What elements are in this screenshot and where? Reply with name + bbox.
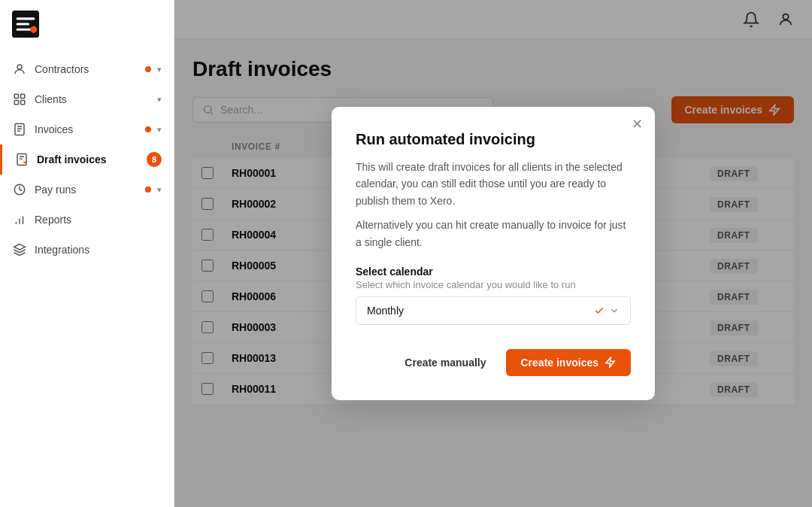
svg-rect-6 xyxy=(21,101,25,105)
lightning-icon xyxy=(604,357,616,368)
modal-alt-description: Alternatively you can hit create manuall… xyxy=(356,217,631,250)
logo xyxy=(0,0,174,48)
modal-close-button[interactable]: ✕ xyxy=(632,117,643,131)
integrations-label: Integrations xyxy=(35,244,162,256)
invoices-label: Invoices xyxy=(35,123,145,135)
contractors-label: Contractors xyxy=(35,63,145,75)
invoices-dot xyxy=(145,126,151,132)
contractors-icon xyxy=(12,62,27,77)
pay-runs-dot xyxy=(145,187,151,193)
check-icon xyxy=(594,305,604,316)
main-content: Draft invoices Search... Create invoices… xyxy=(174,0,812,507)
calendar-select-icons xyxy=(594,305,620,316)
draft-invoices-label: Draft invoices xyxy=(37,153,147,165)
modal-overlay: ✕ Run automated invoicing This will crea… xyxy=(174,0,812,507)
modal-description: This will create draft invoices for all … xyxy=(356,159,631,209)
calendar-value: Monthly xyxy=(367,305,404,317)
modal-create-label: Create invoices xyxy=(521,357,599,369)
modal-title: Run automated invoicing xyxy=(356,131,631,148)
draft-invoices-badge: 8 xyxy=(147,152,162,167)
calendar-select[interactable]: Monthly xyxy=(356,296,631,325)
sidebar: Contractors ▾ Clients ▾ Invoices ▾ Draft… xyxy=(0,0,174,507)
modal-create-invoices-button[interactable]: Create invoices xyxy=(506,349,632,376)
app-logo xyxy=(12,11,39,38)
create-manually-button[interactable]: Create manually xyxy=(394,349,496,376)
reports-label: Reports xyxy=(35,214,162,226)
svg-rect-3 xyxy=(14,94,18,98)
calendar-section: Select calendar Select which invoice cal… xyxy=(356,266,631,325)
sidebar-item-integrations[interactable]: Integrations xyxy=(0,235,174,265)
svg-rect-4 xyxy=(21,94,25,98)
pay-runs-label: Pay runs xyxy=(35,184,145,196)
svg-point-2 xyxy=(17,65,22,69)
calendar-label: Select calendar xyxy=(356,266,631,278)
sidebar-item-contractors[interactable]: Contractors ▾ xyxy=(0,54,174,84)
draft-invoices-icon xyxy=(14,152,29,167)
integrations-icon xyxy=(12,242,27,257)
sidebar-item-invoices[interactable]: Invoices ▾ xyxy=(0,114,174,144)
contractors-arrow: ▾ xyxy=(157,65,162,74)
modal-dialog: ✕ Run automated invoicing This will crea… xyxy=(332,107,655,400)
sidebar-nav: Contractors ▾ Clients ▾ Invoices ▾ Draft… xyxy=(0,48,174,507)
pay-runs-icon xyxy=(12,182,27,197)
btn-manual-label: Create manually xyxy=(404,357,486,369)
calendar-sublabel: Select which invoice calendar you would … xyxy=(356,279,631,290)
reports-icon xyxy=(12,212,27,227)
sidebar-item-draft-invoices[interactable]: Draft invoices 8 xyxy=(0,144,174,175)
sidebar-item-pay-runs[interactable]: Pay runs ▾ xyxy=(0,175,174,205)
modal-actions: Create manually Create invoices xyxy=(356,349,631,376)
sidebar-item-reports[interactable]: Reports xyxy=(0,205,174,235)
chevron-down-icon xyxy=(609,305,620,316)
pay-runs-arrow: ▾ xyxy=(157,185,162,195)
clients-arrow: ▾ xyxy=(157,95,162,105)
invoices-arrow: ▾ xyxy=(157,125,162,135)
svg-rect-5 xyxy=(14,101,18,105)
invoices-icon xyxy=(12,122,27,137)
clients-icon xyxy=(12,92,27,107)
contractors-dot xyxy=(145,66,151,72)
clients-label: Clients xyxy=(35,93,154,105)
svg-point-1 xyxy=(30,26,37,33)
sidebar-item-clients[interactable]: Clients ▾ xyxy=(0,84,174,114)
